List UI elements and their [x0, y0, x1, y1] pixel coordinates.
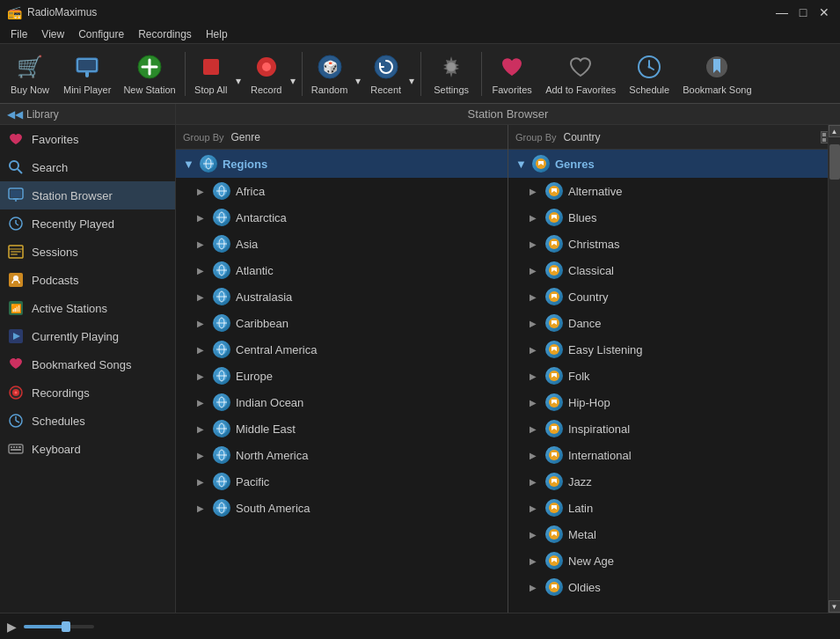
list-item[interactable]: ▶ Africa	[176, 178, 508, 204]
titlebar: 📻 RadioMaximus — □ ✕	[0, 0, 840, 25]
list-item[interactable]: ▶ Metal	[508, 521, 840, 547]
scrollbar-down-button[interactable]: ▼	[829, 600, 841, 613]
stop-all-button[interactable]: Stop All	[189, 48, 233, 99]
classical-label: Classical	[568, 264, 614, 277]
list-item[interactable]: ▶ Asia	[176, 231, 508, 257]
menu-configure[interactable]: Configure	[71, 26, 131, 42]
regions-header[interactable]: ▼ Regions	[176, 150, 508, 178]
favorites-toolbar-button[interactable]: Favorites	[486, 48, 538, 99]
list-item[interactable]: ▶ International	[508, 442, 840, 468]
list-item[interactable]: ▶ Indian Ocean	[176, 389, 508, 415]
recent-icon	[372, 53, 400, 81]
sidebar-item-podcasts[interactable]: Podcasts	[0, 266, 175, 294]
sidebar-item-bookmarked-songs[interactable]: Bookmarked Songs	[0, 350, 175, 378]
list-item[interactable]: ▶ Australasia	[176, 283, 508, 310]
random-button[interactable]: 🎲 Random	[306, 48, 354, 99]
list-item[interactable]: ▶ Oldies	[508, 574, 840, 600]
antarctica-icon	[213, 209, 230, 226]
add-to-favorites-label: Add to Favorites	[545, 84, 616, 95]
sidebar-item-schedules[interactable]: Schedules	[0, 407, 175, 435]
list-item[interactable]: ▶ Christmas	[508, 231, 840, 257]
svg-rect-47	[16, 446, 18, 448]
list-item[interactable]: ▶ Classical	[508, 257, 840, 283]
schedules-sidebar-label: Schedules	[32, 415, 85, 428]
jazz-icon	[545, 473, 563, 490]
menu-help[interactable]: Help	[199, 26, 235, 42]
maximize-button[interactable]: □	[794, 4, 812, 21]
record-button[interactable]: Record	[245, 48, 288, 99]
sidebar-item-station-browser[interactable]: Station Browser	[0, 181, 175, 209]
list-item[interactable]: ▶ Caribbean	[176, 310, 508, 336]
podcasts-sidebar-label: Podcasts	[32, 274, 78, 287]
settings-label: Settings	[434, 84, 469, 95]
list-item[interactable]: ▶ Folk	[508, 363, 840, 389]
list-item[interactable]: ▶ Pacific	[176, 468, 508, 495]
schedule-button[interactable]: Schedule	[623, 48, 676, 99]
svg-point-40	[15, 392, 18, 394]
list-item[interactable]: ▶ Europe	[176, 363, 508, 389]
bookmark-song-button[interactable]: Bookmark Song	[677, 48, 756, 99]
mini-player-button[interactable]: Mini Player	[58, 48, 116, 99]
asia-label: Asia	[236, 238, 258, 251]
list-item[interactable]: ▶ Dance	[508, 310, 840, 336]
jazz-arrow: ▶	[530, 477, 540, 487]
list-item[interactable]: ▶ Easy Listening	[508, 336, 840, 363]
list-item[interactable]: ▶ Atlantic	[176, 257, 508, 283]
svg-line-43	[16, 421, 19, 422]
list-item[interactable]: ▶ Hip-Hop	[508, 389, 840, 415]
sidebar-item-search[interactable]: Search	[0, 153, 175, 181]
menu-file[interactable]: File	[4, 26, 34, 42]
sidebar-item-keyboard[interactable]: Keyboard	[0, 435, 175, 463]
list-item[interactable]: ▶ Antarctica	[176, 204, 508, 231]
list-item[interactable]: ▶ New Age	[508, 547, 840, 574]
menu-view[interactable]: View	[34, 26, 71, 42]
sidebar-item-recently-played[interactable]: Recently Played	[0, 209, 175, 238]
recent-button[interactable]: Recent	[365, 48, 406, 99]
random-arrow[interactable]: ▾	[353, 48, 363, 99]
sidebar-item-favorites[interactable]: Favorites	[0, 125, 175, 153]
right-group-by-label: Group By	[515, 132, 556, 143]
volume-thumb[interactable]	[62, 621, 70, 632]
list-item[interactable]: ▶ South America	[176, 495, 508, 521]
browser-panels: Group By Genre ▼ Regions ▶	[176, 125, 840, 613]
stop-all-arrow[interactable]: ▾	[233, 48, 244, 99]
antarctica-label: Antarctica	[236, 211, 287, 224]
inspirational-icon	[545, 420, 563, 437]
sidebar-item-recordings[interactable]: Recordings	[0, 378, 175, 407]
list-item[interactable]: ▶ Country	[508, 283, 840, 310]
new-station-button[interactable]: New Station	[118, 48, 180, 99]
latin-label: Latin	[568, 502, 593, 515]
buy-now-button[interactable]: 🛒 Buy Now	[4, 48, 56, 99]
country-arrow: ▶	[530, 292, 540, 302]
sidebar-item-currently-playing[interactable]: Currently Playing	[0, 322, 175, 350]
add-to-favorites-button[interactable]: Add to Favorites	[540, 48, 621, 99]
scrollbar-thumb[interactable]	[829, 150, 840, 180]
sidebar-item-sessions[interactable]: Sessions	[0, 238, 175, 266]
genres-icon	[532, 155, 550, 173]
podcasts-icon	[7, 271, 25, 289]
list-item[interactable]: ▶ Central America	[176, 336, 508, 363]
settings-button[interactable]: Settings	[425, 48, 478, 99]
genres-header[interactable]: ▼ Genres	[508, 150, 840, 178]
list-item[interactable]: ▶ North America	[176, 442, 508, 468]
status-play-icon: ▶	[7, 620, 17, 634]
list-item[interactable]: ▶ Inspirational	[508, 415, 840, 442]
list-item[interactable]: ▶ Blues	[508, 204, 840, 231]
statusbar: ▶	[0, 613, 840, 639]
sidebar-item-active-stations[interactable]: 📶 Active Stations	[0, 294, 175, 322]
svg-rect-48	[18, 446, 21, 448]
recent-arrow[interactable]: ▾	[406, 48, 417, 99]
chevron-left-icon[interactable]: ◀◀	[7, 108, 23, 121]
list-item[interactable]: ▶ Latin	[508, 495, 840, 521]
volume-slider[interactable]	[24, 625, 94, 628]
record-arrow[interactable]: ▾	[288, 48, 298, 99]
app-icon: 📻	[7, 5, 22, 19]
list-item[interactable]: ▶ Alternative	[508, 178, 840, 204]
list-item[interactable]: ▶ Jazz	[508, 468, 840, 495]
minimize-button[interactable]: —	[773, 4, 791, 21]
active-stations-icon: 📶	[7, 299, 25, 317]
menu-recordings[interactable]: Recordings	[131, 26, 199, 42]
list-item[interactable]: ▶ Middle East	[176, 415, 508, 442]
close-button[interactable]: ✕	[815, 4, 833, 21]
scrollbar-track[interactable]	[829, 150, 841, 600]
